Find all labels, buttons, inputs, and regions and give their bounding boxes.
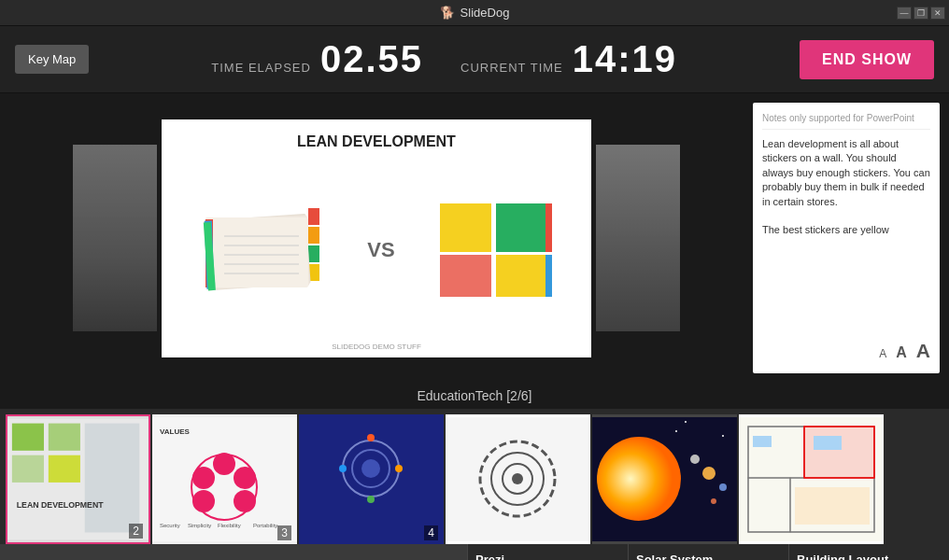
next-slide-image — [596, 145, 680, 331]
svg-point-54 — [597, 437, 681, 521]
lean-thumb-graphic: LEAN DEVELOPMENT — [7, 416, 149, 542]
filmstrip-item-name-solar: Solar System — [636, 553, 781, 560]
prev-slide-image — [73, 145, 157, 331]
dog-icon: 🐕 — [440, 6, 455, 20]
svg-point-59 — [675, 430, 677, 432]
svg-point-56 — [702, 467, 715, 480]
svg-text:Flexibility: Flexibility — [218, 523, 241, 528]
slide-footer: SLIDEDOG DEMO STUFF — [332, 343, 421, 351]
window-controls[interactable]: — ❐ ✕ — [897, 7, 945, 20]
slide-area: LEAN DEVELOPMENT — [0, 93, 753, 383]
notes-header: Notes only supported for PowerPoint — [762, 112, 930, 130]
slide-label-text: EducationTech [2/6] — [418, 388, 532, 403]
prev-slide-thumbnail — [73, 145, 157, 331]
svg-text:Simplicity: Simplicity — [188, 523, 211, 528]
svg-rect-24 — [12, 455, 44, 483]
font-size-medium[interactable]: A — [896, 343, 907, 363]
svg-point-47 — [339, 465, 347, 472]
svg-text:VALUES: VALUES — [160, 427, 191, 436]
circular-thumb-graphic — [446, 414, 590, 544]
svg-rect-1 — [308, 227, 319, 244]
svg-point-58 — [711, 498, 716, 504]
svg-point-35 — [192, 490, 215, 512]
font-size-small[interactable]: A — [879, 346, 886, 362]
slide-body: VS — [176, 158, 577, 343]
svg-point-31 — [192, 467, 215, 489]
app-title-text: SlideDog — [460, 6, 510, 20]
svg-point-57 — [719, 483, 727, 491]
notes-font-controls: A A A — [762, 337, 930, 364]
vs-text: VS — [367, 238, 394, 262]
filmstrip-slide-5[interactable] — [592, 414, 737, 544]
svg-rect-17 — [440, 255, 491, 297]
close-button[interactable]: ✕ — [930, 7, 945, 20]
svg-rect-68 — [804, 427, 874, 478]
app-title: 🐕 SlideDog — [440, 6, 510, 20]
time-elapsed-label: TIME ELAPSED — [211, 61, 311, 75]
svg-rect-25 — [49, 455, 80, 483]
svg-point-61 — [685, 421, 687, 423]
svg-rect-23 — [49, 424, 80, 451]
next-slide-area — [591, 140, 685, 336]
filmstrip-slide-6[interactable] — [739, 414, 884, 544]
main-content: LEAN DEVELOPMENT — [0, 93, 949, 383]
svg-rect-70 — [814, 436, 842, 450]
svg-rect-6 — [205, 217, 308, 287]
filmstrip-nav-item-building[interactable]: Building Layout PDF — [788, 544, 949, 560]
svg-text:Portability: Portability — [253, 523, 277, 528]
solar-thumb-graphic — [592, 414, 737, 544]
filmstrip: LEAN DEVELOPMENT 2 VALUES Security Simpl… — [0, 409, 949, 560]
titlebar: 🐕 SlideDog — ❐ ✕ — [0, 0, 949, 26]
svg-point-55 — [690, 455, 700, 464]
svg-rect-19 — [545, 203, 552, 252]
font-size-large[interactable]: A — [916, 337, 930, 364]
minimize-button[interactable]: — — [897, 7, 912, 20]
time-elapsed-value: 02.55 — [320, 38, 423, 80]
svg-point-33 — [234, 467, 256, 489]
svg-point-46 — [367, 496, 375, 503]
slide-label: EducationTech [2/6] — [0, 383, 949, 409]
restore-button[interactable]: ❐ — [914, 7, 928, 20]
svg-rect-22 — [12, 424, 44, 451]
filmstrip-slide-2[interactable]: VALUES Security Simplicity Flexibility P… — [152, 414, 297, 544]
filmstrip-num-3: 4 — [424, 525, 438, 540]
svg-rect-15 — [440, 203, 491, 252]
svg-point-60 — [722, 435, 724, 437]
current-time-label: CURRENT TIME — [460, 61, 563, 75]
slide-content: LEAN DEVELOPMENT — [164, 122, 588, 355]
filmstrip-num-2: 3 — [277, 525, 291, 540]
main-slide[interactable]: LEAN DEVELOPMENT — [162, 119, 591, 357]
time-elapsed-block: TIME ELAPSED 02.55 — [211, 38, 423, 80]
filmstrip-nav-item-prezi[interactable]: Prezi PREZI — [467, 544, 628, 560]
header-bar: Key Map TIME ELAPSED 02.55 CURRENT TIME … — [0, 26, 949, 93]
svg-point-45 — [395, 465, 403, 472]
end-show-button[interactable]: END SHOW — [800, 40, 934, 79]
filmstrip-num-1: 2 — [129, 524, 143, 539]
building-thumb-graphic — [739, 414, 884, 544]
sticky-notes-graphic — [435, 199, 557, 301]
current-time-value: 14:19 — [573, 38, 677, 80]
filmstrip-nav-item-solar[interactable]: Solar System IMG — [628, 544, 788, 560]
filmstrip-slide-1[interactable]: LEAN DEVELOPMENT 2 — [6, 414, 150, 544]
nav-arrow-left[interactable]: ◀ — [208, 554, 222, 561]
svg-point-34 — [234, 490, 256, 512]
svg-rect-0 — [308, 208, 319, 225]
slide-title: LEAN DEVELOPMENT — [297, 133, 456, 150]
keymap-button[interactable]: Key Map — [15, 45, 89, 74]
svg-rect-20 — [545, 255, 552, 297]
filmstrip-slides: LEAN DEVELOPMENT 2 VALUES Security Simpl… — [0, 409, 949, 544]
svg-point-52 — [512, 473, 523, 484]
svg-text:Security: Security — [160, 523, 180, 528]
filmstrip-slide-4[interactable] — [446, 414, 590, 544]
svg-rect-26 — [85, 424, 139, 533]
next-slide-thumbnail — [596, 145, 680, 331]
filmstrip-nav: ◀ 2/6 Prezi PREZI Solar System IMG Build… — [0, 544, 949, 560]
filmstrip-item-name-building: Building Layout — [797, 553, 942, 560]
svg-rect-69 — [753, 436, 772, 447]
prev-slide-area — [68, 140, 162, 336]
svg-rect-16 — [496, 203, 547, 252]
svg-point-43 — [361, 459, 380, 478]
filmstrip-slide-3[interactable]: 4 — [299, 414, 444, 544]
current-time-block: CURRENT TIME 14:19 — [460, 38, 677, 80]
svg-text:LEAN DEVELOPMENT: LEAN DEVELOPMENT — [17, 500, 105, 510]
